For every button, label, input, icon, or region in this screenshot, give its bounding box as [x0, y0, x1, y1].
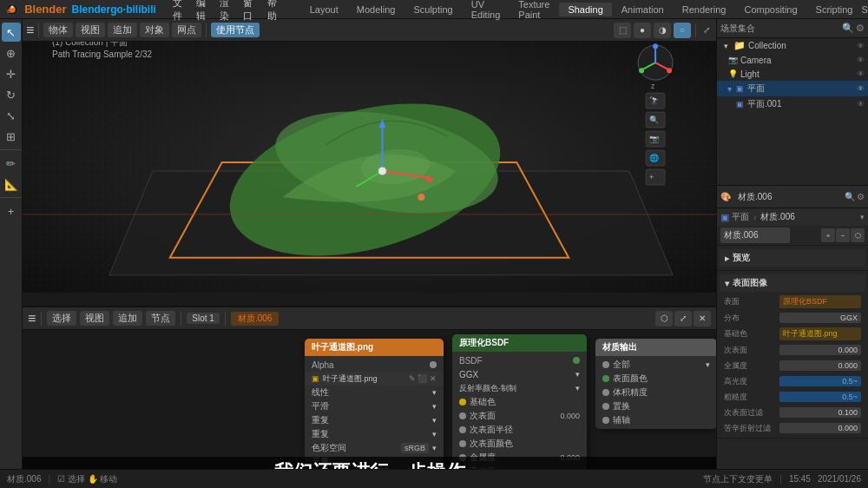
- roughness-prop-row: 粗糙度 0.5~: [717, 389, 868, 405]
- toolbar-cursor-btn[interactable]: ⊕: [2, 43, 21, 63]
- toolbar-select-btn[interactable]: ↖: [2, 23, 21, 42]
- subsurface-prop-value[interactable]: 0.000: [779, 345, 861, 355]
- toolbar-add-btn[interactable]: +: [2, 201, 21, 221]
- shading-rendered-btn[interactable]: ○: [674, 23, 691, 38]
- metallic-prop-value[interactable]: 0.000: [779, 360, 861, 371]
- viewport-3d[interactable]: Z 🔭 🔍 📷 🌐: [23, 19, 716, 306]
- viewport-menu-view[interactable]: 视图: [76, 23, 105, 37]
- shading-lookdev-btn[interactable]: ◑: [654, 23, 671, 38]
- viewport-menu-add[interactable]: 追加: [108, 23, 137, 37]
- plane-visibility-icon[interactable]: 👁: [857, 84, 865, 93]
- light-visibility-icon[interactable]: 👁: [857, 69, 865, 78]
- transmission-prop-value[interactable]: 0.100: [779, 407, 861, 418]
- node-editor-view[interactable]: 视图: [80, 311, 109, 326]
- material-add-btn[interactable]: +: [821, 228, 835, 242]
- props-material-icon[interactable]: 🎨: [720, 192, 731, 201]
- node-editor-node[interactable]: 节点: [146, 311, 175, 326]
- camera-visibility-icon[interactable]: 👁: [857, 56, 865, 64]
- svg-text:🔭: 🔭: [649, 96, 660, 106]
- menu-window[interactable]: 窗口: [237, 0, 260, 24]
- node-full-btn[interactable]: ⤢: [674, 311, 692, 326]
- image-texture-node[interactable]: 叶子通道图.png Alpha ▣ 叶子通道图.png ✎ ⬛ ✕ 线性▾: [305, 339, 444, 471]
- output-title-text: 材质输出: [602, 341, 637, 353]
- bsdf-sub-radius-row: 次表面半径: [452, 423, 587, 437]
- props-search-icon[interactable]: 🔍: [845, 192, 855, 201]
- outliner-item-plane-001[interactable]: ▣ 平面.001 👁: [717, 96, 868, 112]
- material-browse-icon[interactable]: ▾: [860, 213, 865, 221]
- output-volume-socket: [602, 389, 609, 396]
- viewport-mode-object[interactable]: 物体: [43, 23, 73, 37]
- node-material-label[interactable]: 材质.006: [231, 312, 279, 326]
- tab-scripting[interactable]: Scripting: [807, 3, 862, 16]
- tab-shading[interactable]: Shading: [559, 3, 611, 16]
- viewport-menu-mesh[interactable]: 网点: [172, 23, 201, 37]
- plane001-visibility-icon[interactable]: 👁: [857, 100, 865, 109]
- outliner-item-light[interactable]: 💡 Light 👁: [717, 67, 868, 81]
- menu-file[interactable]: 文件: [167, 0, 189, 24]
- tab-animation[interactable]: Animation: [613, 3, 673, 16]
- node-slot-dropdown[interactable]: Slot 1: [187, 313, 220, 324]
- camera-icon: 📷: [727, 55, 738, 65]
- outliner-item-collection[interactable]: ▾ 📁 Collection 👁: [717, 38, 868, 53]
- viewport-fullscreen-icon[interactable]: ⤢: [700, 25, 713, 35]
- viewport-menu-icon[interactable]: ≡: [26, 23, 34, 38]
- collection-visibility-icon[interactable]: 👁: [857, 42, 865, 50]
- shader-type-value[interactable]: 原理化BSDF: [779, 295, 861, 308]
- distribution-row: 分布 GGX: [717, 310, 868, 326]
- tab-modeling[interactable]: Modeling: [348, 3, 404, 16]
- ior-prop-value[interactable]: 0.000: [779, 423, 861, 433]
- node-editor-menu-icon[interactable]: ≡: [28, 311, 36, 326]
- menu-edit[interactable]: 编辑: [190, 0, 213, 24]
- tab-texture-paint[interactable]: Texture Paint: [510, 0, 558, 22]
- material-slot-field[interactable]: 材质.006: [720, 228, 790, 243]
- tab-compositing[interactable]: Compositing: [735, 3, 806, 16]
- outliner-filter-icon[interactable]: 🔍: [842, 23, 854, 34]
- preview-section-title[interactable]: ▸ 预览: [720, 249, 865, 267]
- bsdf-ggx-row: GGX▾: [452, 367, 587, 381]
- node-editor[interactable]: ≡ 选择 视图 追加 节点 Slot 1 材质.006 ⬡ ⤢ ✕: [23, 306, 716, 488]
- node-close-btn[interactable]: ✕: [694, 311, 711, 326]
- node-editor-body[interactable]: 叶子通道图.png Alpha ▣ 叶子通道图.png ✎ ⬛ ✕ 线性▾: [23, 330, 716, 488]
- material-output-node[interactable]: 材质输出 全部 ▾ 表面颜色: [595, 339, 716, 429]
- node-use-nodes-btn[interactable]: ⬡: [655, 311, 673, 326]
- tab-rendering[interactable]: Rendering: [674, 3, 735, 16]
- material-field-label: 材质.006: [760, 211, 794, 223]
- scene-label[interactable]: Scene: [861, 4, 868, 15]
- shading-solid-btn[interactable]: ●: [634, 23, 651, 38]
- surface-section-title[interactable]: ▾ 表面图像: [720, 274, 865, 292]
- outliner-sync-icon[interactable]: ⚙: [856, 23, 865, 34]
- viewport-use-nodes[interactable]: 使用节点: [211, 23, 260, 37]
- props-settings-icon[interactable]: ⚙: [857, 192, 865, 201]
- outliner-item-camera[interactable]: 📷 Camera 👁: [717, 53, 868, 67]
- tab-uv-editing[interactable]: UV Editing: [463, 0, 510, 22]
- toolbar-move-btn[interactable]: ✛: [2, 64, 21, 83]
- base-color-file-value[interactable]: 叶子通道图.png: [779, 327, 861, 340]
- specular-prop-value[interactable]: 0.5~: [779, 376, 861, 386]
- roughness-prop-value[interactable]: 0.5~: [779, 392, 861, 402]
- toolbar-rotate-btn[interactable]: ↻: [2, 85, 21, 104]
- viewport-area: Z 🔭 🔍 📷 🌐: [23, 19, 716, 488]
- surface-expand-icon: ▾: [725, 279, 729, 288]
- toolbar-annotate-btn[interactable]: ✏: [2, 154, 21, 173]
- toolbar-scale-btn[interactable]: ⤡: [2, 106, 21, 125]
- status-sep2: |: [779, 474, 782, 484]
- camera-label: Camera: [740, 56, 772, 65]
- toolbar-transform-btn[interactable]: ⊞: [2, 127, 21, 146]
- image-node-title: 叶子通道图.png: [305, 339, 444, 356]
- outliner-item-plane[interactable]: ▾ ▣ 平面 👁: [717, 81, 868, 96]
- menu-render[interactable]: 渲染: [214, 0, 236, 24]
- tab-sculpting[interactable]: Sculpting: [404, 3, 461, 16]
- node-editor-add[interactable]: 追加: [113, 311, 142, 326]
- properties-panel: 🎨 材质.006 🔍 ⚙ ▣ 平面 › 材质.006 ▾ 材质.006: [717, 186, 868, 488]
- shading-wireframe-btn[interactable]: ⬚: [614, 23, 631, 38]
- viewport-menu-object[interactable]: 对象: [140, 23, 169, 37]
- svg-point-26: [639, 68, 644, 73]
- material-remove-btn[interactable]: −: [836, 228, 850, 242]
- plane001-label: 平面.001: [747, 98, 781, 110]
- menu-help[interactable]: 帮助: [261, 0, 284, 24]
- material-browse-slot-btn[interactable]: ⬡: [851, 228, 865, 242]
- node-editor-select[interactable]: 选择: [47, 311, 76, 326]
- toolbar-measure-btn[interactable]: 📐: [2, 175, 21, 194]
- distribution-value[interactable]: GGX: [779, 313, 861, 323]
- tab-layout[interactable]: Layout: [301, 3, 347, 16]
